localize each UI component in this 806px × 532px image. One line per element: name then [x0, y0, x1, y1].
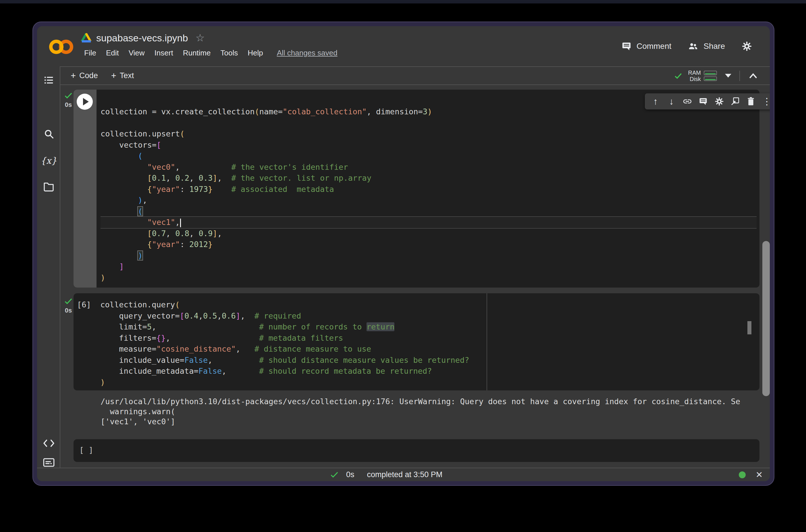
comment-icon — [699, 97, 708, 106]
move-cell-up-button[interactable]: ↑ — [650, 96, 661, 107]
notebook-scrollbar-thumb[interactable] — [762, 241, 770, 396]
link-icon — [683, 96, 692, 106]
status-message: completed at 3:50 PM — [367, 470, 443, 479]
colab-logo-icon[interactable] — [49, 39, 77, 55]
code-cell-1[interactable]: collection = vx.create_collection(name="… — [74, 90, 760, 287]
code-line: include_value=False, # should distance m… — [77, 355, 756, 366]
resources-dropdown-icon[interactable] — [725, 74, 731, 78]
add-code-button[interactable]: + Code — [71, 71, 98, 81]
variables-icon[interactable]: {x} — [37, 155, 60, 166]
output-line: /usr/local/lib/python3.10/dist-packages/… — [100, 396, 761, 406]
add-comment-button[interactable] — [698, 96, 708, 107]
connected-check-icon — [673, 71, 683, 81]
menu-edit[interactable]: Edit — [106, 49, 119, 57]
header: supabase-vecs.ipynb ☆ File Edit View Ins… — [37, 26, 770, 66]
cell2-output: /usr/local/lib/python3.10/dist-packages/… — [100, 396, 761, 431]
menu-bar: File Edit View Insert Runtime Tools Help… — [84, 49, 338, 57]
code-line: ( — [100, 206, 756, 217]
output-line: ['vec1', 'vec0'] — [100, 417, 761, 426]
notebook-toolbar: + Code + Text RAM Disk — [60, 66, 770, 85]
code-snippets-icon[interactable] — [37, 439, 60, 448]
mirror-cell-in-tab-button[interactable] — [730, 96, 740, 107]
cell-toolbar: ↑ ↓ — [645, 93, 770, 110]
code-cell-3[interactable]: [ ] — [74, 439, 760, 462]
gear-icon — [742, 41, 752, 52]
cell2-exec-time: 0s — [63, 307, 74, 314]
collapse-header-chevron-icon[interactable] — [748, 72, 758, 80]
arrow-down-icon: ↓ — [669, 96, 674, 107]
output-line: warnings.warn( — [100, 406, 761, 417]
code-line: ] — [100, 261, 756, 272]
code-line: vectors=[ — [100, 139, 756, 151]
cell-settings-button[interactable] — [714, 96, 725, 107]
disk-label: Disk — [688, 76, 701, 82]
arrow-up-icon: ↑ — [653, 96, 658, 107]
share-button[interactable]: Share — [688, 41, 725, 51]
code-line: ( — [100, 151, 756, 162]
code-line: {"year": 1973} # associated metadata — [100, 184, 756, 195]
code-line: [0.1, 0.2, 0.3], # the vector. list or n… — [100, 173, 756, 184]
copy-link-to-cell-button[interactable] — [682, 96, 693, 107]
gear-icon — [715, 97, 724, 106]
menu-tools[interactable]: Tools — [220, 49, 238, 57]
notebook-title[interactable]: supabase-vecs.ipynb — [96, 33, 188, 44]
browser-window: supabase-vecs.ipynb ☆ File Edit View Ins… — [33, 21, 774, 486]
code-line: ) — [100, 250, 756, 261]
table-of-contents-icon[interactable] — [37, 75, 60, 85]
add-code-label: Code — [79, 71, 98, 80]
menu-view[interactable]: View — [129, 49, 145, 57]
run-cell-button[interactable] — [77, 94, 93, 110]
resources-button[interactable]: RAM Disk — [688, 70, 701, 82]
plus-icon: + — [71, 71, 76, 81]
search-icon[interactable] — [37, 128, 60, 139]
code-line: include_metadata=False, # should record … — [77, 366, 756, 377]
plus-icon: + — [111, 71, 116, 81]
command-palette-icon[interactable] — [37, 458, 60, 468]
settings-button[interactable] — [742, 41, 757, 52]
colab-app: supabase-vecs.ipynb ☆ File Edit View Ins… — [37, 26, 770, 481]
star-icon[interactable]: ☆ — [195, 32, 205, 44]
comment-icon — [621, 41, 631, 51]
comment-button[interactable]: Comment — [621, 41, 671, 51]
cell1-run-strip — [74, 90, 97, 287]
cell2-success-check-icon — [64, 298, 73, 305]
menu-runtime[interactable]: Runtime — [183, 49, 211, 57]
code-line: filters={}, # metadata filters — [77, 332, 756, 344]
files-icon[interactable] — [37, 182, 60, 192]
cell3-prompt: [ ] — [79, 445, 93, 454]
menu-help[interactable]: Help — [248, 49, 263, 57]
colab-logo-left-ring — [49, 40, 63, 54]
header-actions: Comment Share — [605, 41, 757, 52]
code-line: {"year": 2012} — [100, 239, 756, 250]
code-line: [0.7, 0.8, 0.9], — [100, 228, 756, 239]
resource-meters[interactable] — [704, 70, 717, 81]
cell1-code-editor[interactable]: collection = vx.create_collection(name="… — [100, 106, 756, 286]
more-cell-actions-button[interactable]: ⋮ — [762, 96, 770, 107]
delete-cell-button[interactable] — [746, 96, 756, 107]
add-text-label: Text — [120, 71, 134, 80]
code-cell-2[interactable]: [6] collection.query( query_vector=[0.4,… — [74, 293, 760, 391]
cell2-code-editor[interactable]: [6] collection.query( query_vector=[0.4,… — [77, 299, 756, 389]
cell2-gutter: 0s — [63, 298, 74, 314]
code-line: "vec1", — [100, 217, 756, 228]
menu-file[interactable]: File — [84, 49, 96, 57]
code-line: query_vector=[0.4,0.5,0.6], # required — [77, 310, 756, 322]
cell2-scrollbar-thumb[interactable] — [747, 321, 751, 335]
toolbar-divider — [740, 71, 740, 81]
title-block: supabase-vecs.ipynb ☆ File Edit View Ins… — [81, 31, 338, 57]
autosave-status[interactable]: All changes saved — [277, 49, 338, 57]
code-line: ), — [100, 195, 756, 206]
close-status-bar-button[interactable]: ✕ — [754, 470, 764, 480]
drive-icon — [81, 33, 92, 43]
execution-status-bar: 0s completed at 3:50 PM ✕ — [37, 468, 770, 481]
add-text-button[interactable]: + Text — [111, 71, 134, 81]
trash-icon — [747, 97, 755, 106]
move-cell-down-button[interactable]: ↓ — [666, 96, 677, 107]
disk-meter — [704, 76, 717, 81]
cell1-gutter: 0s — [63, 92, 74, 109]
menu-insert[interactable]: Insert — [155, 49, 173, 57]
notebook-scroll-area[interactable]: 0s collection = vx.create_collection(nam… — [61, 85, 770, 468]
status-exec-time: 0s — [346, 470, 354, 479]
code-line: ) — [77, 377, 756, 388]
cell1-success-check-icon — [64, 92, 73, 99]
